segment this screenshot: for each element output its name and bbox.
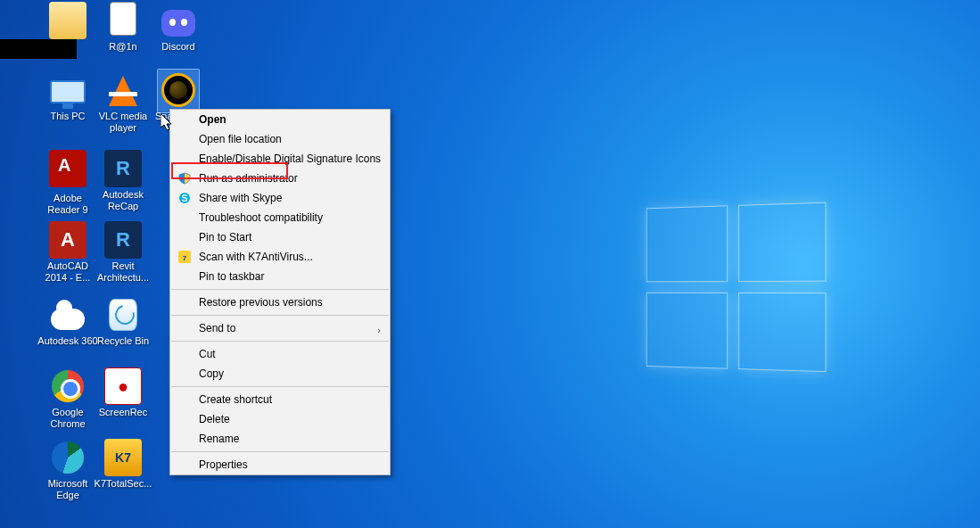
svg-text:S: S: [182, 194, 188, 203]
revit-label: Revit Architectu...: [91, 260, 155, 284]
context-menu-item-open[interactable]: Open: [170, 110, 390, 129]
context-menu-item-label: Open: [199, 113, 226, 126]
context-menu-item-label: Pin to taskbar: [199, 270, 264, 283]
context-menu-item-label: Run as administrator: [199, 172, 298, 185]
context-menu-separator: [171, 315, 389, 316]
context-menu-item-delete[interactable]: Delete: [170, 409, 390, 429]
skype-icon: S: [177, 191, 192, 205]
microsoft-edge-icon: [49, 439, 86, 476]
screenrec-label: ScreenRec: [91, 407, 155, 418]
context-menu-item-send-to[interactable]: Send to›: [170, 318, 390, 338]
windows-logo-background: [646, 202, 832, 377]
context-menu-item-label: Copy: [199, 367, 224, 380]
context-menu-item-pin-to-taskbar[interactable]: Pin to taskbar: [170, 267, 390, 286]
vlc-icon: [104, 71, 142, 109]
context-menu-separator: [171, 386, 389, 387]
adobe-reader-icon: A: [49, 150, 86, 187]
context-menu-item-pin-to-start[interactable]: Pin to Start: [170, 227, 390, 247]
autodesk-360-icon: [49, 296, 86, 334]
recycle-bin-label: Recycle Bin: [91, 335, 155, 347]
context-menu-item-label: Enable/Disable Digital Signature Icons: [199, 153, 381, 165]
context-menu-separator: [171, 289, 389, 290]
context-menu-item-copy[interactable]: Copy: [170, 364, 390, 384]
k7totalsec-icon: K7: [104, 439, 142, 476]
discord-label: Discord: [146, 41, 210, 53]
chevron-right-icon: ›: [377, 323, 381, 337]
folder-unnamed-icon: [49, 2, 86, 39]
context-menu-item-properties[interactable]: Properties: [170, 455, 390, 474]
discord-icon: [160, 2, 197, 39]
screenrec-icon: ●: [104, 367, 142, 405]
autodesk-recap-label: Autodesk ReCap: [91, 189, 155, 212]
context-menu-item-label: Scan with K7AntiVirus...: [199, 251, 313, 263]
autodesk-recap-icon: R: [104, 150, 142, 187]
r01n-icon: [110, 2, 136, 36]
context-menu-item-label: Rename: [199, 433, 239, 445]
context-menu-item-open-file-location[interactable]: Open file location: [170, 129, 390, 149]
desktop-icon-k7totalsec[interactable]: K7K7TotalSec...: [91, 439, 155, 490]
desktop-icon-autodesk-recap[interactable]: RAutodesk ReCap: [91, 150, 155, 212]
recycle-bin-icon: [104, 296, 142, 334]
redacted-area: [0, 39, 77, 59]
desktop-icon-screenrec[interactable]: ●ScreenRec: [91, 367, 155, 418]
context-menu-item-label: Open file location: [199, 133, 282, 145]
k7totalsec-label: K7TotalSec...: [91, 478, 155, 490]
context-menu-item-label: Properties: [199, 458, 248, 471]
context-menu-item-label: Delete: [199, 413, 230, 425]
context-menu-item-label: Troubleshoot compatibility: [199, 211, 323, 224]
context-menu-item-label: Create shortcut: [199, 393, 272, 406]
context-menu-item-rename[interactable]: Rename: [170, 429, 390, 449]
context-menu-item-cut[interactable]: Cut: [170, 344, 390, 364]
context-menu-item-label: Share with Skype: [199, 192, 282, 204]
google-chrome-icon: [49, 367, 86, 405]
context-menu-item-scan-with-k7antivirus[interactable]: 7Scan with K7AntiVirus...: [170, 247, 390, 267]
context-menu: OpenOpen file locationEnable/Disable Dig…: [169, 109, 391, 475]
shield-icon: [177, 171, 192, 186]
context-menu-item-label: Send to: [199, 322, 235, 334]
context-menu-item-label: Pin to Start: [199, 231, 251, 243]
revit-icon: R: [104, 221, 142, 259]
context-menu-item-share-with-skype[interactable]: SShare with Skype: [170, 188, 390, 208]
svg-text:7: 7: [183, 254, 187, 262]
desktop-icon-discord[interactable]: Discord: [146, 2, 210, 53]
context-menu-item-run-as-administrator[interactable]: Run as administrator: [170, 169, 390, 188]
context-menu-item-restore-previous-versions[interactable]: Restore previous versions: [170, 293, 390, 312]
context-menu-item-troubleshoot-compatibility[interactable]: Troubleshoot compatibility: [170, 208, 390, 227]
context-menu-item-enable-disable-digital-signature-icons[interactable]: Enable/Disable Digital Signature Icons: [170, 149, 390, 169]
context-menu-item-label: Restore previous versions: [199, 296, 323, 309]
context-menu-item-label: Cut: [199, 348, 216, 360]
k7-icon: 7: [177, 250, 192, 264]
context-menu-item-create-shortcut[interactable]: Create shortcut: [170, 390, 390, 409]
context-menu-separator: [171, 451, 389, 452]
snap-cam-icon: [160, 71, 197, 109]
this-pc-icon: [49, 71, 86, 109]
desktop-icon-recycle-bin[interactable]: Recycle Bin: [91, 296, 155, 347]
context-menu-separator: [171, 341, 389, 342]
autocad-icon: A: [49, 221, 86, 259]
desktop-icon-revit[interactable]: RRevit Architectu...: [91, 221, 155, 284]
